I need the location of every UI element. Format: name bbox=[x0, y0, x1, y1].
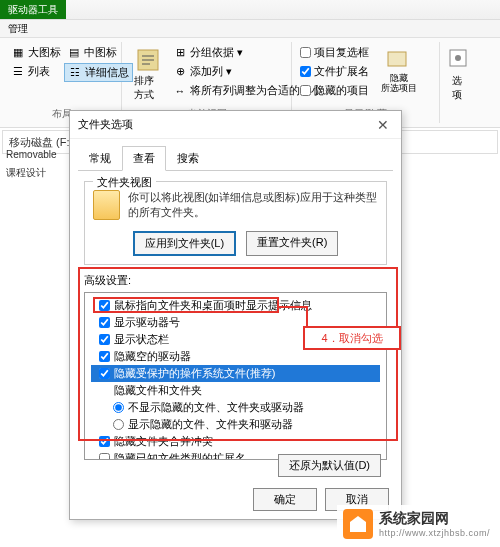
group-icon: ⊞ bbox=[173, 46, 187, 60]
manage-tab[interactable]: 管理 bbox=[8, 23, 28, 34]
folder-views-text: 你可以将此视图(如详细信息或图标)应用于这种类型的所有文件夹。 bbox=[128, 190, 378, 221]
advanced-settings-list[interactable]: 鼠标指向文件夹和桌面项时显示提示信息显示驱动器号显示状态栏隐藏空的驱动器隐藏受保… bbox=[84, 292, 387, 460]
item-label: 隐藏空的驱动器 bbox=[114, 349, 191, 364]
ribbon-group-options: 选项 bbox=[440, 42, 480, 123]
tab-search[interactable]: 搜索 bbox=[166, 146, 210, 171]
radio-input[interactable] bbox=[113, 402, 124, 413]
checkbox-input[interactable] bbox=[99, 300, 110, 311]
group-legend: 文件夹视图 bbox=[93, 175, 156, 190]
checkbox-input[interactable] bbox=[99, 334, 110, 345]
watermark-name: 系统家园网 bbox=[379, 510, 490, 528]
advanced-item[interactable]: 隐藏空的驱动器 bbox=[91, 348, 380, 365]
item-label: 隐藏文件和文件夹 bbox=[114, 383, 202, 398]
options-button[interactable]: 选项 bbox=[446, 44, 474, 104]
item-label: 隐藏已知文件类型的扩展名 bbox=[114, 451, 246, 460]
dialog-tabs: 常规 查看 搜索 bbox=[78, 145, 393, 171]
advanced-label: 高级设置: bbox=[84, 273, 387, 288]
advanced-item[interactable]: 显示隐藏的文件、文件夹和驱动器 bbox=[91, 416, 380, 433]
contextual-tab[interactable]: 驱动器工具 bbox=[0, 0, 66, 19]
sort-icon bbox=[134, 46, 162, 74]
item-checkbox-toggle[interactable]: 项目复选框 bbox=[298, 44, 371, 61]
apply-to-folders-button[interactable]: 应用到文件夹(L) bbox=[133, 231, 236, 256]
add-column-icon: ⊕ bbox=[173, 65, 187, 79]
advanced-item[interactable]: 隐藏文件和文件夹 bbox=[91, 382, 380, 399]
checkbox-input[interactable] bbox=[99, 436, 110, 447]
file-ext-toggle[interactable]: 文件扩展名 bbox=[298, 63, 371, 80]
checkbox-input[interactable] bbox=[99, 368, 110, 379]
advanced-item[interactable]: 鼠标指向文件夹和桌面项时显示提示信息 bbox=[91, 297, 380, 314]
ok-button[interactable]: 确定 bbox=[253, 488, 317, 511]
svg-rect-1 bbox=[388, 52, 406, 66]
watermark: 系统家园网 http://www.xtzjhbsb.com/ bbox=[337, 505, 496, 543]
advanced-item[interactable]: 隐藏文件夹合并冲突 bbox=[91, 433, 380, 450]
nav-item[interactable]: 课程设计 bbox=[2, 163, 60, 183]
nav-pane: Removable Dis 课程设计 bbox=[0, 136, 62, 187]
advanced-item[interactable]: 隐藏受保护的操作系统文件(推荐) bbox=[91, 365, 380, 382]
ribbon-tabs: 管理 bbox=[0, 20, 500, 38]
dialog-titlebar: 文件夹选项 ✕ bbox=[70, 111, 401, 139]
folder-icon bbox=[93, 190, 120, 220]
dialog-title: 文件夹选项 bbox=[78, 117, 133, 132]
restore-defaults-button[interactable]: 还原为默认值(D) bbox=[278, 454, 381, 477]
close-icon[interactable]: ✕ bbox=[373, 115, 393, 135]
item-label: 隐藏文件夹合并冲突 bbox=[114, 434, 213, 449]
annotation-callout: 4．取消勾选 bbox=[303, 326, 401, 350]
nav-item[interactable]: Removable Dis bbox=[2, 146, 60, 163]
dialog-body: 文件夹视图 你可以将此视图(如详细信息或图标)应用于这种类型的所有文件夹。 应用… bbox=[70, 171, 401, 470]
checkbox-input[interactable] bbox=[99, 453, 110, 460]
large-icons-icon: ▦ bbox=[11, 46, 25, 60]
advanced-item[interactable]: 不显示隐藏的文件、文件夹或驱动器 bbox=[91, 399, 380, 416]
folder-options-dialog: 文件夹选项 ✕ 常规 查看 搜索 文件夹视图 你可以将此视图(如详细信息或图标)… bbox=[69, 110, 402, 520]
tab-view[interactable]: 查看 bbox=[122, 146, 166, 171]
item-label: 显示驱动器号 bbox=[114, 315, 180, 330]
checkbox-input[interactable] bbox=[99, 351, 110, 362]
hide-icon bbox=[385, 46, 413, 74]
options-icon bbox=[446, 46, 474, 74]
chevron-down-icon: ▾ bbox=[226, 65, 232, 78]
checkbox-input[interactable] bbox=[99, 317, 110, 328]
reset-folders-button[interactable]: 重置文件夹(R) bbox=[246, 231, 338, 256]
watermark-icon bbox=[343, 509, 373, 539]
folder-views-group: 文件夹视图 你可以将此视图(如详细信息或图标)应用于这种类型的所有文件夹。 应用… bbox=[84, 181, 387, 265]
tab-general[interactable]: 常规 bbox=[78, 146, 122, 171]
radio-input[interactable] bbox=[113, 419, 124, 430]
details-icon: ☷ bbox=[68, 66, 82, 80]
title-bar: 驱动器工具 bbox=[0, 0, 500, 20]
item-label: 显示状态栏 bbox=[114, 332, 169, 347]
item-label: 隐藏受保护的操作系统文件(推荐) bbox=[114, 366, 275, 381]
chevron-down-icon: ▾ bbox=[237, 46, 243, 59]
hidden-items-toggle[interactable]: 隐藏的项目 bbox=[298, 82, 371, 99]
list-icon: ☰ bbox=[11, 65, 25, 79]
watermark-url: http://www.xtzjhbsb.com/ bbox=[379, 528, 490, 538]
medium-icons-icon: ▤ bbox=[67, 46, 81, 60]
fit-icon: ↔ bbox=[173, 84, 187, 98]
item-label: 不显示隐藏的文件、文件夹或驱动器 bbox=[128, 400, 304, 415]
svg-point-3 bbox=[455, 55, 461, 61]
item-label: 鼠标指向文件夹和桌面项时显示提示信息 bbox=[114, 298, 312, 313]
item-label: 显示隐藏的文件、文件夹和驱动器 bbox=[128, 417, 293, 432]
